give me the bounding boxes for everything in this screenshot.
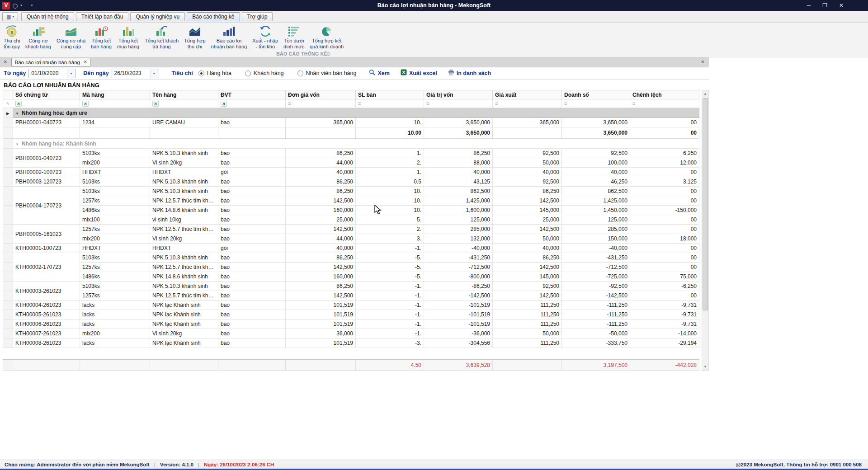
cell-ten[interactable]: NPK 14.8.6 khánh sinh <box>150 272 218 282</box>
cell-gx[interactable]: 86,250 <box>493 187 562 196</box>
cell-gtv[interactable]: 125,000 <box>424 215 493 225</box>
cell-dgv[interactable]: 101,519 <box>286 301 356 310</box>
cell-ten[interactable]: Vi sinh 20kg <box>150 329 218 338</box>
from-date-combobox[interactable]: ▼ <box>28 69 76 78</box>
cell-doc[interactable]: KTH00001-100723 <box>13 244 80 253</box>
maximize-button[interactable]: ❐ <box>822 2 827 9</box>
cell-ten[interactable]: NPK 5.10.3 khánh sinh <box>150 253 218 263</box>
collapse-icon[interactable]: ▼ <box>15 142 19 146</box>
table-row[interactable]: KTH00002-1707235103ksNPK 5.10.3 khánh si… <box>3 253 699 263</box>
cell-dgv[interactable]: 86,250 <box>286 177 356 187</box>
cell-ds[interactable]: 150,000 <box>562 234 630 244</box>
cell-gtv[interactable]: 1,600,000 <box>424 206 493 215</box>
ribbon-tab-quan-tri-he-thong[interactable]: Quản trị hệ thống <box>21 12 74 21</box>
cell-ds[interactable]: -725,000 <box>562 272 630 282</box>
column-header-ten-hang[interactable]: Tên hàng <box>150 90 218 99</box>
from-date-input[interactable] <box>29 70 67 76</box>
table-row[interactable]: PBH00005-1610231257ksNPK 12.5.7 thúc tím… <box>3 225 699 234</box>
cell-gtv[interactable]: 86,250 <box>424 149 493 158</box>
cell-ds[interactable]: -111,250 <box>562 320 630 329</box>
ribbon-tab-thiet-lap-ban-dau[interactable]: Thiết lập ban đầu <box>76 12 129 21</box>
cell-ma[interactable]: mix200 <box>80 329 150 338</box>
cell-sl[interactable]: 10. <box>356 118 424 127</box>
filter-cell-don-gia-von[interactable]: = <box>286 99 356 108</box>
radio-hang-hoa[interactable]: Hàng hóa <box>198 70 231 76</box>
cell-ma[interactable]: 1257ks <box>80 225 150 234</box>
cell-ma[interactable]: mix200 <box>80 234 150 244</box>
cell-dvt[interactable]: gói <box>218 244 286 253</box>
cell-ten[interactable]: NPK lạc Khánh sinh <box>150 338 218 348</box>
cell-gx[interactable]: 365,000 <box>493 118 562 127</box>
collapse-icon[interactable]: ▼ <box>15 112 19 116</box>
cell-cl[interactable]: 00 <box>630 244 699 253</box>
cell-ten[interactable]: NPK 5.10.3 khánh sinh <box>150 282 218 291</box>
cell-dvt[interactable]: bao <box>218 272 286 282</box>
cell-sl[interactable]: -3. <box>356 338 424 348</box>
cell-sl[interactable]: -5. <box>356 263 424 272</box>
cell-dvt[interactable]: bao <box>218 320 286 329</box>
cell-dvt[interactable]: bao <box>218 253 286 263</box>
cell-gx[interactable]: 111,250 <box>493 301 562 310</box>
cell-ds[interactable]: -111,250 <box>562 301 630 310</box>
cell-ds[interactable]: -50,000 <box>562 329 630 338</box>
cell-dvt[interactable]: bao <box>218 215 286 225</box>
cell-gx[interactable]: 142,500 <box>493 291 562 301</box>
table-row[interactable]: PBH00003-1207235103ksNPK 5.10.3 khánh si… <box>3 177 699 187</box>
cell-doc[interactable]: KTH00006-261023 <box>13 320 80 329</box>
table-row[interactable]: PBH00004-1707235103ksNPK 5.10.3 khánh si… <box>3 187 699 196</box>
cell-cl[interactable]: 18,000 <box>630 234 699 244</box>
cell-doc[interactable]: KTH00007-261023 <box>13 329 80 338</box>
filter-cell-gia-tri-von[interactable]: = <box>424 99 493 108</box>
cell-ten[interactable]: NPK 12.5.7 thúc tím khánh... <box>150 196 218 206</box>
cell-dgv[interactable]: 86,250 <box>286 187 356 196</box>
cell-dgv[interactable]: 86,250 <box>286 253 356 263</box>
cell-sl[interactable]: 5. <box>356 215 424 225</box>
cell-ds[interactable]: 92,500 <box>562 149 630 158</box>
action-xem[interactable]: Xem <box>369 69 389 77</box>
cell-gtv[interactable]: -800,000 <box>424 272 493 282</box>
cell-dgv[interactable]: 44,000 <box>286 158 356 168</box>
cell-dvt[interactable]: bao <box>218 196 286 206</box>
cell-ds[interactable]: -92,500 <box>562 282 630 291</box>
cell-cl[interactable]: 00 <box>630 196 699 206</box>
cell-sl[interactable]: 1. <box>356 149 424 158</box>
cell-cl[interactable]: 00 <box>630 263 699 272</box>
ribbon-item-bao-cao-loi-nhuan-ban-hang[interactable]: Báo cáo lợi nhuận bán hàng <box>208 24 250 50</box>
cell-gx[interactable]: 40,000 <box>493 244 562 253</box>
table-row[interactable]: 1257ksNPK 12.5.7 thúc tím khánh...bao142… <box>3 263 699 272</box>
cell-doc[interactable]: KTH00002-170723 <box>13 253 80 282</box>
cell-ds[interactable]: -431,250 <box>562 253 630 263</box>
ribbon-item-tong-hop-ket-qua-kinh-doanh[interactable]: Tổng hợp kết quả kinh doanh <box>307 24 346 50</box>
cell-gx[interactable]: 92,500 <box>493 282 562 291</box>
table-row[interactable]: mix100vi sinh 10kgbao25,0005.125,00025,0… <box>3 215 699 225</box>
cell-ds[interactable]: 862,500 <box>562 187 630 196</box>
cell-cl[interactable]: -9,731 <box>630 310 699 320</box>
filter-cell-chenh-lech[interactable]: = <box>630 99 699 108</box>
cell-gx[interactable]: 111,250 <box>493 320 562 329</box>
cell-ten[interactable]: NPK 5.10.3 khánh sinh <box>150 149 218 158</box>
close-button[interactable]: ✕ <box>839 2 844 9</box>
from-date-dropdown-icon[interactable]: ▼ <box>67 69 75 78</box>
ribbon-item-cong-no-nha-cung-cap[interactable]: Công nợ nhà cung cấp <box>54 24 88 50</box>
cell-sl[interactable]: 2. <box>356 158 424 168</box>
cell-ma[interactable]: 5103ks <box>80 177 150 187</box>
cell-ma[interactable]: 1234 <box>80 118 150 127</box>
cell-dgv[interactable]: 160,000 <box>286 272 356 282</box>
cell-sl[interactable]: -1. <box>356 282 424 291</box>
cell-ten[interactable]: URE CAMAU <box>150 118 218 127</box>
table-row[interactable]: mix200Vi sinh 20kgbao44,0003.132,00050,0… <box>3 234 699 244</box>
cell-ma[interactable]: 5103ks <box>80 282 150 291</box>
cell-gtv[interactable]: -142,500 <box>424 291 493 301</box>
cell-ds[interactable]: 1,425,000 <box>562 196 630 206</box>
column-header-doanh-so[interactable]: Doanh số <box>562 90 630 99</box>
scroll-up-icon[interactable]: ▲ <box>702 90 708 97</box>
table-row[interactable]: 1486ksNPK 14.8.6 khánh sinhbao160,00010.… <box>3 206 699 215</box>
cell-ma[interactable]: HHDXT <box>80 168 150 177</box>
cell-ds[interactable]: 1,450,000 <box>562 206 630 215</box>
action-xuat-excel[interactable]: Xuất excel <box>401 69 437 77</box>
app-menu-button[interactable]: ▦ ▾ <box>2 12 18 21</box>
cell-sl[interactable]: -1. <box>356 310 424 320</box>
cell-gx[interactable]: 142,500 <box>493 196 562 206</box>
cell-gtv[interactable]: -86,250 <box>424 282 493 291</box>
cell-dgv[interactable]: 40,000 <box>286 244 356 253</box>
